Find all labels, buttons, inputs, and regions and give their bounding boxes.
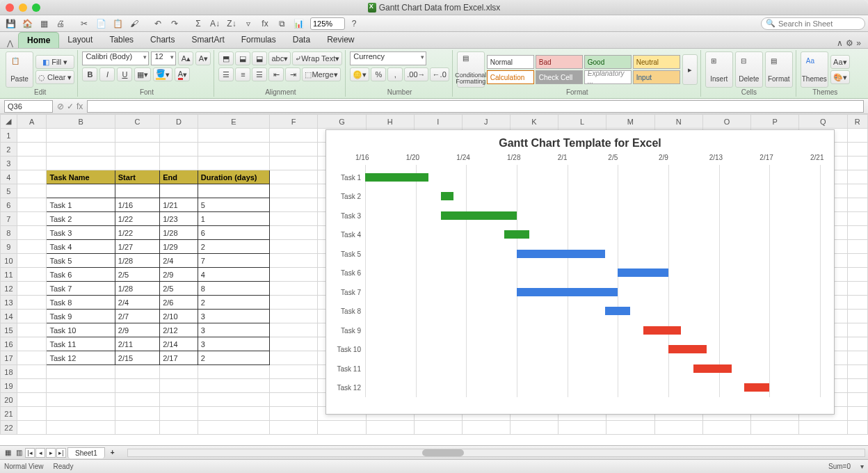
col-header-D[interactable]: D — [160, 115, 198, 129]
cell-A4[interactable] — [17, 170, 47, 184]
cell-R10[interactable] — [847, 254, 867, 268]
redo-button[interactable]: ↷ — [167, 17, 182, 31]
save-button[interactable]: 💾 — [3, 17, 18, 31]
row-header-14[interactable]: 14 — [1, 310, 17, 323]
home-page-button[interactable]: 🏠 — [19, 17, 35, 31]
col-header-O[interactable]: O — [702, 115, 750, 129]
cell-F3[interactable] — [270, 157, 318, 170]
gantt-bar-task-6[interactable] — [618, 268, 668, 277]
cell-E2[interactable] — [198, 143, 269, 157]
cell-A11[interactable] — [17, 268, 47, 282]
sheet-nav-next[interactable]: ▸ — [46, 448, 56, 458]
insert-cells-button[interactable]: ⊞Insert — [705, 51, 733, 88]
format-painter-button[interactable]: 🖌 — [127, 17, 142, 31]
cell-F20[interactable] — [270, 393, 318, 407]
cell-D11[interactable]: 2/9 — [160, 268, 198, 282]
cell-B17[interactable]: Task 12 — [47, 351, 115, 365]
cell-F9[interactable] — [270, 240, 318, 254]
indent-dec-button[interactable]: ⇤ — [268, 67, 284, 81]
bold-button[interactable]: B — [82, 67, 97, 81]
gantt-bar-task-3[interactable] — [441, 211, 517, 220]
cell-A9[interactable] — [17, 240, 47, 254]
cell-B20[interactable] — [47, 393, 115, 407]
copy-button[interactable]: 📄 — [93, 17, 108, 31]
gantt-bar-task-7[interactable] — [517, 288, 618, 296]
cell-B10[interactable]: Task 5 — [47, 254, 115, 268]
cell-Q22[interactable] — [799, 421, 847, 435]
cell-C8[interactable]: 1/22 — [115, 226, 159, 240]
cell-C6[interactable]: 1/16 — [115, 198, 159, 212]
cell-D19[interactable] — [160, 379, 198, 393]
gantt-bar-task-10[interactable] — [668, 345, 707, 353]
cell-B7[interactable]: Task 2 — [47, 212, 115, 226]
cell-O22[interactable] — [702, 421, 750, 435]
cell-D20[interactable] — [160, 393, 198, 407]
col-header-P[interactable]: P — [751, 115, 799, 129]
col-header-N[interactable]: N — [654, 115, 702, 129]
cell-B9[interactable]: Task 4 — [47, 240, 115, 254]
paste-big-button[interactable]: 📋Paste — [6, 51, 33, 88]
fx-button[interactable]: fx — [257, 17, 273, 31]
cell-R17[interactable] — [847, 351, 867, 365]
style-input[interactable]: Input — [633, 70, 680, 84]
cell-B13[interactable]: Task 8 — [47, 296, 115, 310]
tab-home[interactable]: Home — [18, 32, 59, 48]
cell-R16[interactable] — [847, 337, 867, 351]
cell-R6[interactable] — [847, 198, 867, 212]
cell-R20[interactable] — [847, 393, 867, 407]
cell-F13[interactable] — [270, 296, 318, 310]
align-center-button[interactable]: ≡ — [235, 67, 250, 81]
clear-button[interactable]: ◌ Clear ▾ — [35, 70, 74, 84]
cell-E13[interactable]: 2 — [198, 296, 269, 310]
ribbon-more-button[interactable]: » — [856, 38, 861, 48]
row-header-3[interactable]: 3 — [1, 157, 17, 170]
cell-E11[interactable]: 4 — [198, 268, 269, 282]
cell-D17[interactable]: 2/17 — [160, 351, 198, 365]
decrease-font-button[interactable]: A▾ — [195, 51, 211, 65]
cell-A5[interactable] — [17, 184, 47, 198]
cell-B8[interactable]: Task 3 — [47, 226, 115, 240]
styles-more-button[interactable]: ▸ — [682, 54, 698, 85]
select-all-corner[interactable]: ◢ — [1, 115, 17, 129]
wrap-text-button[interactable]: ⤶ Wrap Text ▾ — [292, 51, 342, 65]
format-cells-button[interactable]: ▤Format — [765, 51, 793, 88]
cell-A22[interactable] — [17, 421, 47, 435]
layout-button[interactable]: ▦ — [36, 17, 51, 31]
style-calculation[interactable]: Calculation — [487, 70, 534, 84]
theme-colors-button[interactable]: 🎨▾ — [830, 70, 850, 84]
cell-R15[interactable] — [847, 323, 867, 337]
sheet-tab-sheet1[interactable]: Sheet1 — [67, 447, 105, 458]
underline-button[interactable]: U — [117, 67, 132, 81]
border-button[interactable]: ▦▾ — [134, 67, 151, 81]
delete-cells-button[interactable]: ⊟Delete — [735, 51, 763, 88]
style-good[interactable]: Good — [584, 55, 632, 69]
cell-C21[interactable] — [115, 407, 159, 421]
row-header-13[interactable]: 13 — [1, 296, 17, 310]
style-check-cell[interactable]: Check Cell — [536, 70, 583, 84]
autosum-button[interactable]: Σ — [191, 17, 206, 31]
col-header-F[interactable]: F — [270, 115, 318, 129]
col-header-C[interactable]: C — [115, 115, 159, 129]
cell-A10[interactable] — [17, 254, 47, 268]
ribbon-options-button[interactable]: ⚙ — [846, 38, 853, 48]
cell-E3[interactable] — [198, 157, 269, 170]
formula-bar[interactable] — [87, 100, 864, 113]
row-header-11[interactable]: 11 — [1, 268, 17, 282]
row-header-12[interactable]: 12 — [1, 282, 17, 296]
col-header-J[interactable]: J — [462, 115, 510, 129]
col-header-R[interactable]: R — [847, 115, 867, 129]
col-header-B[interactable]: B — [47, 115, 115, 129]
fill-button[interactable]: ◧ Fill ▾ — [35, 55, 74, 69]
cell-I22[interactable] — [414, 421, 462, 435]
cell-A19[interactable] — [17, 379, 47, 393]
row-header-2[interactable]: 2 — [1, 143, 17, 157]
cell-C15[interactable]: 2/9 — [115, 323, 159, 337]
cell-D16[interactable]: 2/14 — [160, 337, 198, 351]
sheet-nav-first[interactable]: |◂ — [25, 448, 35, 458]
cell-E16[interactable]: 3 — [198, 337, 269, 351]
col-header-K[interactable]: K — [510, 115, 558, 129]
increase-font-button[interactable]: A▴ — [178, 51, 193, 65]
cell-E20[interactable] — [198, 393, 269, 407]
cell-B3[interactable] — [47, 157, 115, 170]
cell-F2[interactable] — [270, 143, 318, 157]
